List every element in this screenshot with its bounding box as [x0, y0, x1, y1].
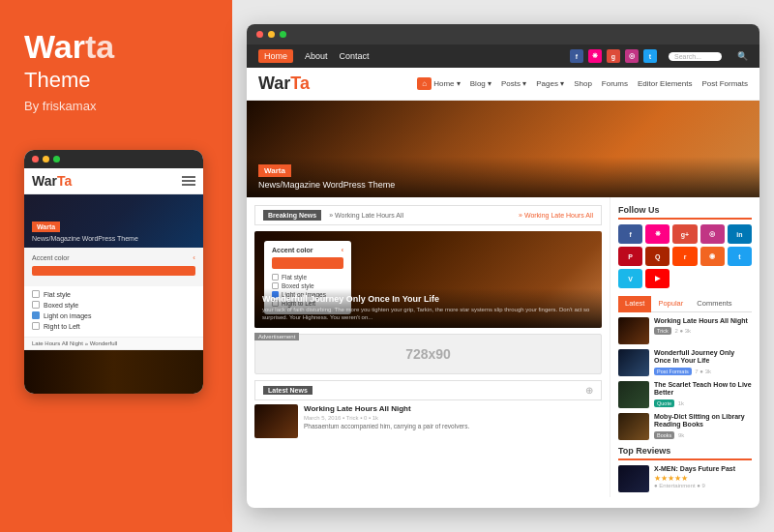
site-nav-home[interactable]: Home ▾ [433, 79, 461, 88]
mobile-image-strip [24, 350, 203, 394]
latest-news-content: Working Late Hours All Night March 5, 20… [254, 404, 602, 438]
sidebar-title-4[interactable]: Moby-Dict Sitting on Library Reading Boo… [654, 413, 752, 429]
dot-red [32, 156, 39, 163]
desktop-content: Breaking News » Working Late Hours All »… [247, 197, 610, 497]
site-nav-blog[interactable]: Blog ▾ [470, 79, 491, 88]
review-item-1: X-MEN: Days Future Past ★★★★★ ● Entertai… [618, 465, 752, 492]
site-nav-shop[interactable]: Shop [574, 79, 592, 88]
social-facebook-icon[interactable]: f [570, 49, 583, 63]
social-grid: f ❋ g+ ◎ in P Q r ◉ t V ▶ [618, 224, 752, 288]
social-vimeo-btn[interactable]: V [618, 269, 642, 288]
site-nav-posts[interactable]: Posts ▾ [501, 79, 526, 88]
mobile-accent-bar [32, 266, 195, 276]
panel-flat-style: Flat style [272, 274, 343, 281]
ad-wrapper: Advertisement 728x90 [254, 334, 602, 374]
sidebar-title-3[interactable]: The Scarlet Teach How to Live Better [654, 381, 752, 398]
accent-panel-title: Accent color ‹ [272, 247, 343, 253]
site-nav-editor[interactable]: Editor Elements [638, 79, 692, 88]
featured-article: Accent color ‹ Flat style Boxed style [254, 231, 602, 328]
checkbox-rtl[interactable] [32, 322, 40, 330]
social-flickr-icon[interactable]: ❋ [588, 49, 602, 63]
latest-news-label: Latest News [263, 386, 313, 395]
mobile-nav: WarTa [24, 168, 203, 194]
sidebar-title-1[interactable]: Working Late Hours All Night [654, 317, 752, 325]
mobile-accent-label: Accent color ‹ [32, 253, 195, 262]
featured-overlay: Wonderfull Journey Only Once In Your Lif… [254, 288, 602, 328]
social-reddit-btn[interactable]: r [672, 247, 697, 266]
desktop-search-bar[interactable]: Search... [669, 52, 722, 61]
dot-green [53, 156, 60, 163]
tab-latest[interactable]: Latest [618, 296, 651, 312]
sidebar-info-1: Working Late Hours All Night Trick 2 ● 3… [654, 317, 752, 335]
ad-label: Advertisement [254, 333, 299, 340]
latest-article-text: Working Late Hours All Night March 5, 20… [304, 404, 602, 438]
checkbox-boxed[interactable] [32, 301, 40, 309]
featured-article-title: Wonderfull Journey Only Once In Your Lif… [262, 294, 594, 304]
nav-contact[interactable]: Contact [340, 51, 370, 61]
desktop-site-header: WarTa ⌂ Home ▾ Blog ▾ Posts ▾ Pages ▾ Sh… [247, 68, 759, 101]
social-youtube-btn[interactable]: ▶ [645, 269, 670, 288]
hero-site-name: Warta [258, 164, 291, 177]
accent-color-swatch[interactable] [272, 257, 343, 269]
home-icon[interactable]: ⌂ [417, 77, 432, 90]
panel-checkbox-flat[interactable] [272, 274, 279, 281]
social-instagram-btn[interactable]: ◎ [700, 224, 725, 244]
site-nav-forums[interactable]: Forums [602, 79, 628, 88]
badge-post-2: Post Formats [654, 368, 692, 375]
site-nav-pages[interactable]: Pages ▾ [536, 79, 564, 88]
social-linkedin-btn[interactable]: in [728, 224, 752, 244]
social-instagram-icon[interactable]: ◎ [625, 49, 639, 63]
social-flickr-btn[interactable]: ❋ [645, 224, 670, 244]
site-nav-formats[interactable]: Post Formats [701, 79, 748, 88]
advertisement-block: 728x90 [254, 334, 602, 374]
sidebar-thumb-2 [618, 349, 649, 376]
hamburger-icon[interactable] [182, 176, 195, 186]
desktop-main-area: Breaking News » Working Late Hours All »… [247, 197, 759, 497]
tab-comments[interactable]: Comments [690, 296, 738, 312]
latest-article-thumb [254, 404, 298, 438]
social-pinterest-btn[interactable]: P [618, 247, 642, 266]
social-rss-btn[interactable]: ◉ [700, 247, 725, 266]
checkbox-flat[interactable] [32, 290, 40, 298]
tabs-row: Latest Popular Comments [618, 296, 752, 312]
breaking-news-label: Breaking News [263, 210, 321, 221]
latest-news-expand[interactable]: ⊕ [585, 385, 593, 396]
hero-tagline: News/Magazine WordPress Theme [258, 180, 748, 190]
social-twitter-icon[interactable]: t [643, 49, 657, 63]
tab-popular[interactable]: Popular [651, 296, 690, 312]
sidebar-info-4: Moby-Dict Sitting on Library Reading Boo… [654, 413, 752, 439]
breaking-news-bar: Breaking News » Working Late Hours All »… [254, 205, 602, 225]
social-twitter-btn[interactable]: t [728, 247, 752, 266]
option-flat: Flat style [32, 290, 195, 298]
ad-size-text: 728x90 [405, 346, 451, 362]
desktop-hero: Warta News/Magazine WordPress Theme [247, 101, 759, 197]
review-title-1[interactable]: X-MEN: Days Future Past [654, 465, 735, 472]
desktop-site-nav: Home ▾ Blog ▾ Posts ▾ Pages ▾ Shop Forum… [433, 79, 748, 88]
sidebar-meta-1: Trick 2 ● 3k [654, 327, 752, 335]
mobile-accent-section: Accent color ‹ [24, 248, 203, 286]
social-gplus-btn[interactable]: g+ [672, 224, 697, 244]
breaking-news-link[interactable]: » Working Late Hours All [519, 212, 593, 219]
sidebar-title-2[interactable]: Wonderfull Journey Only Once In Your Lif… [654, 349, 752, 366]
search-icon[interactable]: 🔍 [737, 51, 748, 61]
mobile-browser-dots [24, 150, 203, 168]
desktop-site-logo: WarTa [258, 74, 310, 94]
social-quora-btn[interactable]: Q [645, 247, 670, 266]
social-facebook-btn[interactable]: f [618, 224, 642, 244]
latest-article-excerpt: Phasaentum accompanied him, carrying a p… [304, 423, 602, 430]
top-reviews-section: Top Reviews X-MEN: Days Future Past ★★★★… [618, 446, 752, 497]
nav-home[interactable]: Home [258, 49, 293, 63]
desktop-dot-green [280, 31, 286, 38]
mobile-options: Flat style Boxed style Light on images R… [24, 286, 203, 337]
breaking-news-text: » Working Late Hours All [329, 212, 403, 219]
badge-books-4: Books [654, 431, 674, 439]
follow-us-section: Follow Us f ❋ g+ ◎ in P Q r ◉ t V ▶ [618, 205, 752, 288]
mobile-logo: WarTa [32, 173, 72, 189]
nav-about[interactable]: About [305, 51, 328, 61]
badge-trick-1: Trick [654, 327, 671, 335]
sidebar-article-2: Wonderfull Journey Only Once In Your Lif… [618, 349, 752, 376]
social-google-icon[interactable]: g [607, 49, 620, 63]
checkbox-light[interactable] [32, 311, 40, 319]
mobile-ticker: Late Hours All Night » Wonderfull [24, 337, 203, 350]
top-reviews-title: Top Reviews [618, 446, 752, 460]
